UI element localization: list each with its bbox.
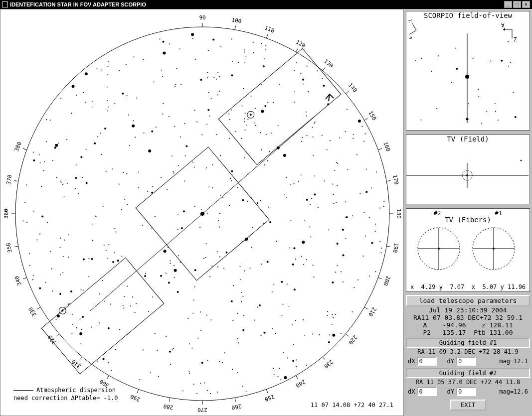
svg-point-238 (339, 138, 340, 139)
svg-point-122 (108, 244, 109, 245)
svg-point-642 (431, 71, 432, 72)
svg-point-204 (333, 203, 334, 204)
svg-point-332 (296, 62, 297, 63)
guide2-dy-input[interactable] (456, 387, 476, 396)
svg-point-195 (184, 123, 185, 124)
svg-point-326 (324, 180, 325, 181)
guide1-radec: RA 11 09 3.2 DEC +72 28 41.9 (406, 348, 530, 356)
svg-point-152 (274, 374, 275, 375)
title-bar: IDENTEFICATION STAR IN FOV ADAPTER SCORP… (0, 0, 532, 9)
svg-point-378 (239, 266, 240, 267)
sky-chart-svg: 9010011012013014015016017018019020021022… (0, 9, 404, 416)
svg-point-215 (312, 127, 313, 128)
svg-line-13 (364, 119, 368, 121)
svg-point-203 (150, 372, 151, 373)
svg-point-236 (207, 72, 208, 73)
svg-point-159 (187, 318, 188, 319)
svg-point-547 (203, 258, 204, 259)
svg-text:320: 320 (46, 334, 58, 346)
svg-point-483 (157, 350, 158, 351)
svg-point-482 (207, 109, 209, 111)
svg-point-447 (294, 91, 295, 92)
svg-point-562 (231, 300, 233, 302)
close-button[interactable]: × (522, 1, 530, 8)
svg-point-270 (337, 265, 338, 266)
svg-point-643 (478, 89, 479, 90)
svg-point-271 (337, 243, 339, 245)
svg-point-84 (108, 61, 109, 62)
svg-point-123 (255, 108, 256, 109)
svg-line-43 (107, 376, 109, 379)
guide1-dy-label: dY (447, 358, 454, 365)
svg-point-631 (420, 120, 421, 121)
svg-point-606 (313, 137, 314, 138)
svg-line-29 (323, 357, 325, 360)
svg-point-227 (306, 365, 307, 366)
svg-line-7 (296, 48, 298, 52)
svg-point-359 (342, 229, 344, 231)
svg-point-295 (33, 275, 34, 276)
svg-point-529 (138, 187, 139, 188)
svg-point-200 (224, 352, 225, 353)
svg-point-209 (304, 335, 305, 336)
svg-point-381 (303, 264, 304, 265)
svg-point-197 (81, 329, 82, 330)
svg-point-391 (201, 135, 202, 136)
svg-text:240: 240 (295, 378, 307, 389)
svg-point-330 (119, 184, 120, 185)
radec-text: RA11 07 03.83 DEC+72 32 59.1 (406, 314, 530, 321)
svg-point-161 (242, 241, 243, 242)
svg-point-205 (310, 236, 311, 237)
svg-point-286 (354, 287, 355, 288)
svg-point-185 (172, 349, 173, 350)
svg-point-292 (294, 70, 295, 71)
svg-point-117 (273, 284, 274, 285)
svg-point-173 (317, 70, 318, 71)
svg-point-368 (80, 343, 81, 344)
svg-point-645 (515, 116, 517, 118)
svg-point-277 (191, 348, 192, 349)
svg-point-267 (161, 177, 162, 178)
svg-text:160: 160 (382, 141, 391, 152)
legend: Atmospheric dispersion need correction Δ… (13, 387, 118, 402)
svg-point-594 (166, 273, 167, 274)
svg-point-527 (174, 265, 175, 266)
svg-text:290: 290 (130, 393, 141, 403)
exit-button[interactable]: EXIT (450, 400, 486, 411)
sky-chart-pane[interactable]: 9010011012013014015016017018019020021022… (0, 9, 404, 416)
svg-point-573 (229, 119, 230, 120)
svg-point-131 (194, 110, 195, 111)
svg-point-425 (245, 130, 246, 131)
guide2-dx-input[interactable] (417, 387, 437, 396)
svg-point-221 (106, 171, 107, 172)
svg-point-430 (124, 199, 125, 200)
maximize-button[interactable]: □ (513, 1, 521, 8)
guide1-dy-input[interactable] (456, 357, 476, 366)
svg-point-648 (456, 68, 458, 70)
svg-point-531 (307, 135, 308, 136)
svg-point-629 (465, 75, 469, 79)
svg-point-87 (110, 304, 111, 305)
svg-point-584 (33, 151, 34, 152)
svg-point-259 (148, 311, 149, 312)
datetime-text: Jul 19 23:10:39 2004 (406, 306, 530, 314)
svg-point-231 (240, 279, 241, 280)
svg-point-274 (173, 348, 174, 349)
svg-point-582 (91, 258, 93, 260)
svg-text:310: 310 (70, 358, 82, 370)
svg-point-137 (123, 172, 124, 173)
svg-point-579 (225, 252, 227, 254)
svg-point-371 (199, 227, 200, 228)
guide1-dx-input[interactable] (417, 357, 437, 366)
load-telescope-button[interactable]: load telescope parameters (406, 295, 530, 306)
svg-point-210 (222, 362, 223, 363)
svg-point-472 (272, 328, 273, 329)
fov-title: SCORPIO field-of-view (406, 11, 530, 19)
svg-point-384 (371, 187, 372, 188)
svg-point-234 (123, 307, 124, 308)
svg-point-339 (24, 202, 25, 203)
svg-point-530 (272, 291, 273, 292)
svg-point-141 (121, 256, 122, 257)
svg-point-450 (82, 177, 83, 178)
minimize-button[interactable]: _ (504, 1, 512, 8)
